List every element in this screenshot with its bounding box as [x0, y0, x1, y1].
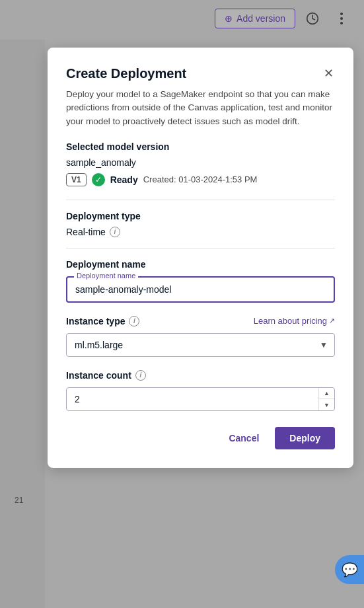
deployment-name-floating-label: Deployment name: [74, 272, 138, 280]
deploy-button[interactable]: Deploy: [275, 427, 335, 449]
instance-count-section-label: Instance count: [66, 370, 131, 381]
modal-header: Create Deployment ✕: [66, 66, 335, 81]
instance-count-input-wrapper: ▲ ▼: [66, 387, 335, 411]
version-badge: V1: [66, 173, 87, 186]
learn-pricing-link[interactable]: Learn about pricing ↗: [254, 316, 335, 326]
created-text: Created: 01-03-2024-1:53 PM: [143, 174, 258, 184]
selected-model-section-label: Selected model version: [66, 141, 335, 152]
instance-type-info-icon[interactable]: i: [129, 316, 139, 326]
model-meta: V1 ✓ Ready Created: 01-03-2024-1:53 PM: [66, 173, 335, 186]
create-deployment-modal: Create Deployment ✕ Deploy your model to…: [48, 48, 353, 468]
instance-type-row: Instance type i Learn about pricing ↗: [66, 316, 335, 326]
external-link-icon: ↗: [329, 317, 335, 325]
learn-pricing-label: Learn about pricing: [254, 316, 327, 326]
close-button[interactable]: ✕: [322, 66, 335, 81]
instance-type-select-wrapper: ml.m5.large ▼: [66, 333, 335, 357]
deployment-name-input-wrapper: Deployment name: [66, 276, 335, 303]
instance-type-label-row: Instance type i: [66, 316, 139, 326]
chat-icon: 💬: [342, 562, 358, 578]
deployment-type-section-label: Deployment type: [66, 211, 335, 221]
instance-type-section-label: Instance type: [66, 316, 125, 326]
instance-count-info-icon[interactable]: i: [135, 370, 146, 381]
modal-title: Create Deployment: [66, 66, 186, 81]
spinner-buttons: ▲ ▼: [318, 388, 334, 410]
cancel-button[interactable]: Cancel: [221, 428, 267, 449]
instance-count-input[interactable]: [67, 388, 334, 410]
instance-type-select[interactable]: ml.m5.large: [67, 334, 334, 356]
model-name: sample_anomaly: [66, 157, 335, 168]
divider-1: [66, 200, 335, 200]
deployment-name-section-label: Deployment name: [66, 259, 335, 270]
modal-description: Deploy your model to a SageMaker endpoin…: [66, 88, 335, 128]
deployment-name-input[interactable]: [67, 278, 334, 301]
deployment-type-value: Real-time: [66, 227, 106, 237]
instance-count-label-row: Instance count i: [66, 370, 335, 381]
status-text: Ready: [110, 174, 138, 185]
spinner-up-button[interactable]: ▲: [319, 388, 334, 400]
modal-footer: Cancel Deploy: [66, 427, 335, 449]
spinner-down-button[interactable]: ▼: [319, 399, 334, 410]
divider-2: [66, 248, 335, 248]
deployment-type-info-icon[interactable]: i: [110, 227, 120, 237]
status-check-icon: ✓: [92, 173, 105, 186]
chat-fab-button[interactable]: 💬: [335, 555, 364, 584]
deployment-type-row: Real-time i: [66, 227, 335, 237]
